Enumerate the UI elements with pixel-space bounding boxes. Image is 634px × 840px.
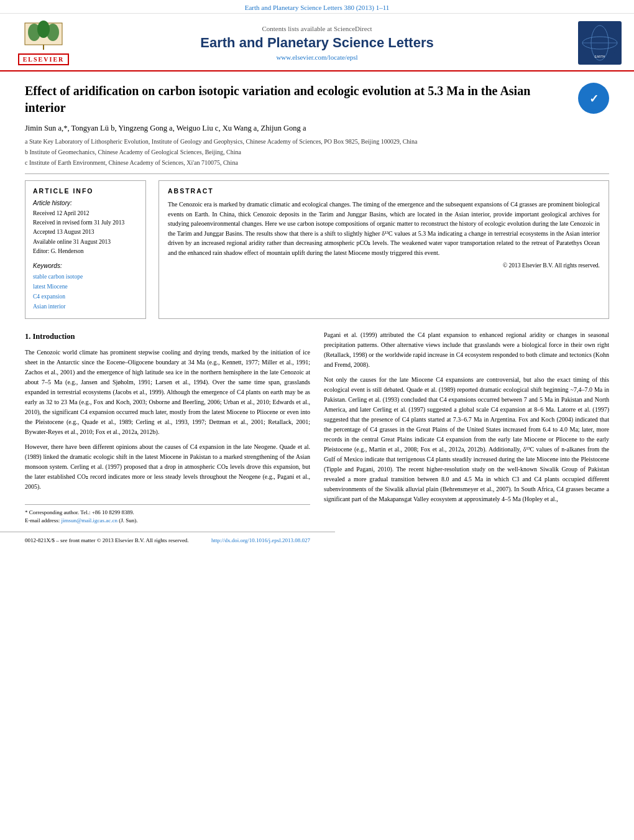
affiliation-b: b Institute of Geomechanics, Chinese Aca… <box>25 147 609 157</box>
copyright-line: © 2013 Elsevier B.V. All rights reserved… <box>168 262 600 269</box>
right-para2: Not only the causes for the late Miocene… <box>324 375 609 504</box>
journal-logo-section: EARTH <box>559 21 622 65</box>
affiliation-a: a State Key Laboratory of Lithospheric E… <box>25 137 609 146</box>
article-info-box: ARTICLE INFO Article history: Received 1… <box>25 180 146 319</box>
elsevier-tree-icon <box>22 20 65 51</box>
article-title-text: Effect of aridification on carbon isotop… <box>25 84 530 114</box>
abstract-heading: ABSTRACT <box>168 187 600 195</box>
journal-reference-bar: Earth and Planetary Science Letters 380 … <box>0 0 634 14</box>
intro-para1: The Cenozoic world climate has prominent… <box>25 348 310 437</box>
affiliation-c: c Institute of Earth Environment, Chines… <box>25 158 609 167</box>
intro-heading: 1. Introduction <box>25 330 310 343</box>
article-info-heading: ARTICLE INFO <box>33 187 138 195</box>
sciencedirect-link[interactable]: ScienceDirect <box>334 25 372 32</box>
keywords-label: Keywords: <box>33 262 138 269</box>
footnote-section: * Corresponding author. Tel.: +86 10 829… <box>25 504 310 525</box>
earth-logo-icon: EARTH <box>578 21 622 65</box>
body-section: 1. Introduction The Cenozoic world clima… <box>25 330 609 548</box>
body-col-left: 1. Introduction The Cenozoic world clima… <box>25 330 310 548</box>
article-title-section: Effect of aridification on carbon isotop… <box>25 83 609 116</box>
footnote-email-suffix: (J. Sun). <box>117 517 138 524</box>
svg-text:EARTH: EARTH <box>595 55 605 58</box>
journal-title: Earth and Planetary Science Letters <box>75 35 559 51</box>
body-col-right: Pagani et al. (1999) attributed the C4 p… <box>324 330 609 548</box>
bottom-doi[interactable]: http://dx.doi.org/10.1016/j.epsl.2013.08… <box>211 536 310 545</box>
elsevier-logo-section: ELSEVIER <box>12 20 75 65</box>
editor-info: Editor: G. Henderson <box>33 247 138 256</box>
accepted-date: Accepted 13 August 2013 <box>33 228 138 237</box>
footnote-email-line: E-mail address: jimsun@mail.igcas.ac.cn … <box>25 517 310 525</box>
journal-url: www.elsevier.com/locate/epsl <box>75 53 559 61</box>
authors-text: Jimin Sun a,*, Tongyan Lü b, Yingzeng Go… <box>25 124 306 132</box>
intro-para2: However, there have been different opini… <box>25 442 310 492</box>
journal-title-section: Contents lists available at ScienceDirec… <box>75 25 559 61</box>
available-date: Available online 31 August 2013 <box>33 238 138 247</box>
right-para1: Pagani et al. (1999) attributed the C4 p… <box>324 330 609 370</box>
elsevier-wordmark: ELSEVIER <box>18 53 70 65</box>
body-two-col: 1. Introduction The Cenozoic world clima… <box>25 330 609 548</box>
svg-point-4 <box>37 21 50 38</box>
authors-line: Jimin Sun a,*, Tongyan Lü b, Yingzeng Go… <box>25 124 609 133</box>
bottom-bar: 0012-821X/$ – see front matter © 2013 El… <box>0 532 335 548</box>
crossmark-badge[interactable]: ✓ <box>578 83 609 114</box>
crossmark-icon: ✓ <box>581 86 606 111</box>
journal-header: ELSEVIER Contents lists available at Sci… <box>0 14 634 72</box>
contents-line: Contents lists available at ScienceDirec… <box>75 25 559 32</box>
info-abstract-layout: ARTICLE INFO Article history: Received 1… <box>25 180 609 319</box>
history-label: Article history: <box>33 200 138 206</box>
affiliations-section: a State Key Laboratory of Lithospheric E… <box>25 137 609 167</box>
received-date: Received 12 April 2012 <box>33 209 138 218</box>
abstract-box: ABSTRACT The Cenozoic era is marked by d… <box>158 180 609 319</box>
contents-prefix: Contents lists available at <box>262 25 333 32</box>
divider <box>25 173 609 174</box>
footnote-email-label: E-mail address: <box>25 517 61 524</box>
journal-reference-text: Earth and Planetary Science Letters 380 … <box>245 4 390 11</box>
main-content: Effect of aridification on carbon isotop… <box>0 72 634 560</box>
abstract-text: The Cenozoic era is marked by dramatic c… <box>168 200 600 257</box>
svg-text:✓: ✓ <box>589 93 599 105</box>
bottom-issn: 0012-821X/$ – see front matter © 2013 El… <box>25 536 189 545</box>
received-revised-date: Received in revised form 31 July 2013 <box>33 218 138 228</box>
footnote-star-text: * Corresponding author. Tel.: +86 10 829… <box>25 509 310 517</box>
footnote-email-link[interactable]: jimsun@mail.igcas.ac.cn <box>61 517 117 524</box>
earth-globe-icon: EARTH <box>581 24 618 62</box>
keyword-stable-carbon: stable carbon isotope latest Miocene C4 … <box>33 272 138 312</box>
